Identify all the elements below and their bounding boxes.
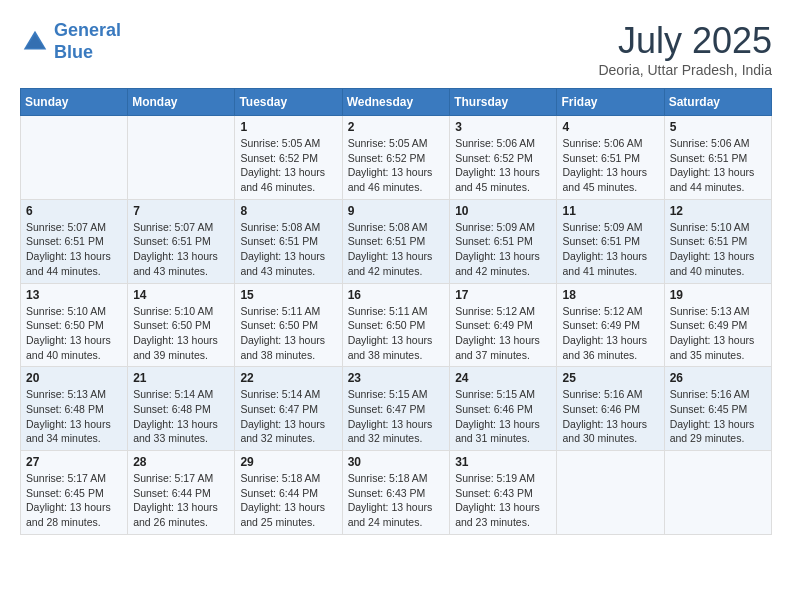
weekday-header-saturday: Saturday xyxy=(664,89,771,116)
day-number: 10 xyxy=(455,204,551,218)
calendar-cell: 7Sunrise: 5:07 AM Sunset: 6:51 PM Daylig… xyxy=(128,199,235,283)
logo: General Blue xyxy=(20,20,121,63)
day-info: Sunrise: 5:05 AM Sunset: 6:52 PM Dayligh… xyxy=(348,136,445,195)
calendar-cell xyxy=(21,116,128,200)
calendar-cell: 5Sunrise: 5:06 AM Sunset: 6:51 PM Daylig… xyxy=(664,116,771,200)
month-year-title: July 2025 xyxy=(598,20,772,62)
calendar-cell: 1Sunrise: 5:05 AM Sunset: 6:52 PM Daylig… xyxy=(235,116,342,200)
calendar-cell: 12Sunrise: 5:10 AM Sunset: 6:51 PM Dayli… xyxy=(664,199,771,283)
day-number: 26 xyxy=(670,371,766,385)
calendar-cell: 30Sunrise: 5:18 AM Sunset: 6:43 PM Dayli… xyxy=(342,451,450,535)
calendar-cell: 24Sunrise: 5:15 AM Sunset: 6:46 PM Dayli… xyxy=(450,367,557,451)
day-info: Sunrise: 5:12 AM Sunset: 6:49 PM Dayligh… xyxy=(562,304,658,363)
day-number: 27 xyxy=(26,455,122,469)
day-number: 3 xyxy=(455,120,551,134)
day-info: Sunrise: 5:14 AM Sunset: 6:47 PM Dayligh… xyxy=(240,387,336,446)
calendar-cell: 31Sunrise: 5:19 AM Sunset: 6:43 PM Dayli… xyxy=(450,451,557,535)
day-number: 22 xyxy=(240,371,336,385)
day-number: 21 xyxy=(133,371,229,385)
calendar-cell: 8Sunrise: 5:08 AM Sunset: 6:51 PM Daylig… xyxy=(235,199,342,283)
calendar-cell: 15Sunrise: 5:11 AM Sunset: 6:50 PM Dayli… xyxy=(235,283,342,367)
day-number: 19 xyxy=(670,288,766,302)
calendar-cell: 14Sunrise: 5:10 AM Sunset: 6:50 PM Dayli… xyxy=(128,283,235,367)
day-number: 31 xyxy=(455,455,551,469)
day-info: Sunrise: 5:15 AM Sunset: 6:47 PM Dayligh… xyxy=(348,387,445,446)
day-info: Sunrise: 5:09 AM Sunset: 6:51 PM Dayligh… xyxy=(455,220,551,279)
day-info: Sunrise: 5:17 AM Sunset: 6:45 PM Dayligh… xyxy=(26,471,122,530)
calendar-cell: 29Sunrise: 5:18 AM Sunset: 6:44 PM Dayli… xyxy=(235,451,342,535)
calendar-cell xyxy=(557,451,664,535)
day-number: 30 xyxy=(348,455,445,469)
calendar-cell xyxy=(664,451,771,535)
calendar-cell: 22Sunrise: 5:14 AM Sunset: 6:47 PM Dayli… xyxy=(235,367,342,451)
calendar-cell: 4Sunrise: 5:06 AM Sunset: 6:51 PM Daylig… xyxy=(557,116,664,200)
calendar-cell: 19Sunrise: 5:13 AM Sunset: 6:49 PM Dayli… xyxy=(664,283,771,367)
calendar-cell: 9Sunrise: 5:08 AM Sunset: 6:51 PM Daylig… xyxy=(342,199,450,283)
day-info: Sunrise: 5:09 AM Sunset: 6:51 PM Dayligh… xyxy=(562,220,658,279)
weekday-header-wednesday: Wednesday xyxy=(342,89,450,116)
weekday-header-thursday: Thursday xyxy=(450,89,557,116)
day-number: 14 xyxy=(133,288,229,302)
day-number: 2 xyxy=(348,120,445,134)
day-number: 1 xyxy=(240,120,336,134)
calendar-cell: 18Sunrise: 5:12 AM Sunset: 6:49 PM Dayli… xyxy=(557,283,664,367)
day-info: Sunrise: 5:08 AM Sunset: 6:51 PM Dayligh… xyxy=(348,220,445,279)
logo-text: General Blue xyxy=(54,20,121,63)
day-info: Sunrise: 5:11 AM Sunset: 6:50 PM Dayligh… xyxy=(240,304,336,363)
day-number: 18 xyxy=(562,288,658,302)
day-info: Sunrise: 5:12 AM Sunset: 6:49 PM Dayligh… xyxy=(455,304,551,363)
day-number: 9 xyxy=(348,204,445,218)
day-number: 25 xyxy=(562,371,658,385)
day-number: 13 xyxy=(26,288,122,302)
day-info: Sunrise: 5:10 AM Sunset: 6:50 PM Dayligh… xyxy=(133,304,229,363)
day-number: 12 xyxy=(670,204,766,218)
calendar-week-row: 6Sunrise: 5:07 AM Sunset: 6:51 PM Daylig… xyxy=(21,199,772,283)
day-info: Sunrise: 5:07 AM Sunset: 6:51 PM Dayligh… xyxy=(26,220,122,279)
calendar-cell: 17Sunrise: 5:12 AM Sunset: 6:49 PM Dayli… xyxy=(450,283,557,367)
calendar-cell: 2Sunrise: 5:05 AM Sunset: 6:52 PM Daylig… xyxy=(342,116,450,200)
day-info: Sunrise: 5:06 AM Sunset: 6:51 PM Dayligh… xyxy=(670,136,766,195)
logo-icon xyxy=(20,27,50,57)
day-number: 16 xyxy=(348,288,445,302)
calendar-table: SundayMondayTuesdayWednesdayThursdayFrid… xyxy=(20,88,772,535)
title-area: July 2025 Deoria, Uttar Pradesh, India xyxy=(598,20,772,78)
day-info: Sunrise: 5:17 AM Sunset: 6:44 PM Dayligh… xyxy=(133,471,229,530)
day-info: Sunrise: 5:16 AM Sunset: 6:45 PM Dayligh… xyxy=(670,387,766,446)
day-info: Sunrise: 5:18 AM Sunset: 6:44 PM Dayligh… xyxy=(240,471,336,530)
day-info: Sunrise: 5:15 AM Sunset: 6:46 PM Dayligh… xyxy=(455,387,551,446)
day-info: Sunrise: 5:10 AM Sunset: 6:51 PM Dayligh… xyxy=(670,220,766,279)
day-number: 29 xyxy=(240,455,336,469)
weekday-header-friday: Friday xyxy=(557,89,664,116)
day-number: 8 xyxy=(240,204,336,218)
day-number: 15 xyxy=(240,288,336,302)
day-info: Sunrise: 5:07 AM Sunset: 6:51 PM Dayligh… xyxy=(133,220,229,279)
calendar-cell: 10Sunrise: 5:09 AM Sunset: 6:51 PM Dayli… xyxy=(450,199,557,283)
calendar-cell: 21Sunrise: 5:14 AM Sunset: 6:48 PM Dayli… xyxy=(128,367,235,451)
calendar-cell: 20Sunrise: 5:13 AM Sunset: 6:48 PM Dayli… xyxy=(21,367,128,451)
location-subtitle: Deoria, Uttar Pradesh, India xyxy=(598,62,772,78)
weekday-header-monday: Monday xyxy=(128,89,235,116)
calendar-cell: 16Sunrise: 5:11 AM Sunset: 6:50 PM Dayli… xyxy=(342,283,450,367)
day-number: 24 xyxy=(455,371,551,385)
day-info: Sunrise: 5:11 AM Sunset: 6:50 PM Dayligh… xyxy=(348,304,445,363)
day-number: 28 xyxy=(133,455,229,469)
day-info: Sunrise: 5:16 AM Sunset: 6:46 PM Dayligh… xyxy=(562,387,658,446)
weekday-header-tuesday: Tuesday xyxy=(235,89,342,116)
calendar-cell: 11Sunrise: 5:09 AM Sunset: 6:51 PM Dayli… xyxy=(557,199,664,283)
day-info: Sunrise: 5:05 AM Sunset: 6:52 PM Dayligh… xyxy=(240,136,336,195)
calendar-header-row: SundayMondayTuesdayWednesdayThursdayFrid… xyxy=(21,89,772,116)
calendar-cell xyxy=(128,116,235,200)
day-info: Sunrise: 5:18 AM Sunset: 6:43 PM Dayligh… xyxy=(348,471,445,530)
calendar-cell: 13Sunrise: 5:10 AM Sunset: 6:50 PM Dayli… xyxy=(21,283,128,367)
day-info: Sunrise: 5:06 AM Sunset: 6:51 PM Dayligh… xyxy=(562,136,658,195)
calendar-cell: 6Sunrise: 5:07 AM Sunset: 6:51 PM Daylig… xyxy=(21,199,128,283)
day-number: 11 xyxy=(562,204,658,218)
day-info: Sunrise: 5:08 AM Sunset: 6:51 PM Dayligh… xyxy=(240,220,336,279)
calendar-week-row: 27Sunrise: 5:17 AM Sunset: 6:45 PM Dayli… xyxy=(21,451,772,535)
calendar-week-row: 1Sunrise: 5:05 AM Sunset: 6:52 PM Daylig… xyxy=(21,116,772,200)
day-number: 17 xyxy=(455,288,551,302)
calendar-week-row: 13Sunrise: 5:10 AM Sunset: 6:50 PM Dayli… xyxy=(21,283,772,367)
weekday-header-sunday: Sunday xyxy=(21,89,128,116)
day-info: Sunrise: 5:06 AM Sunset: 6:52 PM Dayligh… xyxy=(455,136,551,195)
day-number: 6 xyxy=(26,204,122,218)
